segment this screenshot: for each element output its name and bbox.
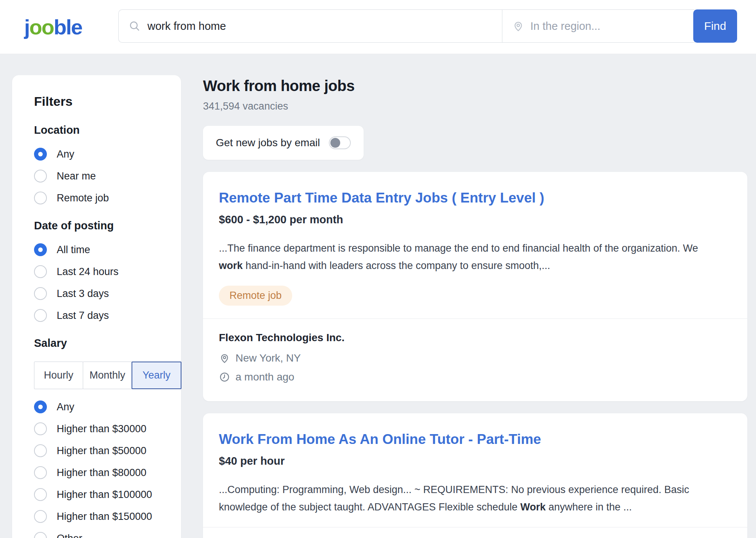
clock-icon bbox=[219, 371, 230, 383]
email-subscribe-label: Get new jobs by email bbox=[216, 137, 320, 149]
salary-option-30000[interactable]: Higher than $30000 bbox=[34, 422, 167, 435]
search-bar-group: Find bbox=[118, 9, 737, 43]
location-options: Any Near me Remote job bbox=[34, 148, 167, 204]
radio-selected-icon[interactable] bbox=[34, 148, 47, 161]
job-description: ...Computing: Programming, Web design...… bbox=[219, 481, 714, 516]
job-card: Remote Part Time Data Entry Jobs ( Entry… bbox=[203, 172, 747, 401]
logo-part: ble bbox=[54, 15, 82, 39]
radio-icon[interactable] bbox=[34, 532, 47, 538]
keyword-search-field[interactable] bbox=[118, 9, 502, 43]
location-heading: Location bbox=[34, 124, 167, 136]
salary-option-80000[interactable]: Higher than $80000 bbox=[34, 466, 167, 479]
salary-option-100000[interactable]: Higher than $100000 bbox=[34, 488, 167, 501]
region-input[interactable] bbox=[530, 20, 687, 32]
radio-icon[interactable] bbox=[34, 466, 47, 479]
radio-label: Other bbox=[57, 533, 82, 538]
radio-label: Last 24 hours bbox=[57, 266, 119, 278]
job-posted-time: a month ago bbox=[235, 371, 294, 383]
radio-icon[interactable] bbox=[34, 287, 47, 300]
vacancies-count: 341,594 vacancies bbox=[203, 100, 747, 112]
logo-part: j bbox=[24, 15, 29, 39]
radio-icon[interactable] bbox=[34, 488, 47, 501]
radio-icon[interactable] bbox=[34, 170, 47, 182]
location-pin-icon bbox=[512, 20, 524, 32]
search-icon bbox=[129, 20, 141, 32]
radio-label: Higher than $80000 bbox=[57, 467, 146, 479]
radio-label: Last 3 days bbox=[57, 288, 109, 300]
page-title: Work from home jobs bbox=[203, 77, 747, 94]
date-option-last-7-days[interactable]: Last 7 days bbox=[34, 309, 167, 322]
job-title-link[interactable]: Remote Part Time Data Entry Jobs ( Entry… bbox=[219, 189, 725, 207]
date-option-all-time[interactable]: All time bbox=[34, 243, 167, 256]
radio-selected-icon[interactable] bbox=[34, 243, 47, 256]
location-option-any[interactable]: Any bbox=[34, 148, 167, 161]
job-description: ...The finance department is responsible… bbox=[219, 240, 714, 274]
radio-label: All time bbox=[57, 244, 90, 256]
salary-period-tabs: Hourly Monthly Yearly bbox=[34, 362, 181, 389]
date-option-last-24-hours[interactable]: Last 24 hours bbox=[34, 265, 167, 278]
toggle-knob bbox=[330, 138, 340, 148]
radio-label: Higher than $100000 bbox=[57, 489, 152, 501]
radio-label: Any bbox=[57, 401, 74, 413]
radio-label: Last 7 days bbox=[57, 310, 109, 322]
company-name: Flexon Technologies Inc. bbox=[219, 332, 731, 344]
location-option-remote-job[interactable]: Remote job bbox=[34, 192, 167, 204]
radio-icon[interactable] bbox=[34, 309, 47, 322]
filters-title: Filters bbox=[34, 94, 167, 109]
radio-label: Remote job bbox=[57, 192, 109, 204]
tab-yearly[interactable]: Yearly bbox=[132, 362, 181, 389]
search-input[interactable] bbox=[147, 20, 494, 32]
salary-heading: Salary bbox=[34, 337, 167, 349]
radio-label: Higher than $50000 bbox=[57, 445, 146, 457]
radio-selected-icon[interactable] bbox=[34, 400, 47, 413]
salary-options: Any Higher than $30000 Higher than $5000… bbox=[34, 400, 167, 538]
job-title-link[interactable]: Work From Home As An Online Tutor - Part… bbox=[219, 431, 725, 448]
desc-highlight: Work bbox=[520, 501, 545, 513]
job-card: Work From Home As An Online Tutor - Part… bbox=[203, 413, 747, 538]
email-subscribe-card: Get new jobs by email bbox=[203, 126, 364, 160]
radio-icon[interactable] bbox=[34, 192, 47, 204]
job-posted-row: a month ago bbox=[219, 371, 731, 383]
radio-label: Near me bbox=[57, 170, 96, 182]
tab-hourly[interactable]: Hourly bbox=[34, 362, 83, 389]
job-salary: $40 per hour bbox=[219, 455, 725, 467]
radio-label: Higher than $30000 bbox=[57, 423, 146, 435]
filters-panel: Filters Location Any Near me Remote job … bbox=[12, 75, 181, 538]
jooble-logo[interactable]: jooble bbox=[24, 10, 82, 44]
radio-label: Higher than $150000 bbox=[57, 511, 152, 523]
desc-text: ...The finance department is responsible… bbox=[219, 243, 698, 254]
tab-monthly[interactable]: Monthly bbox=[83, 362, 132, 389]
salary-option-any[interactable]: Any bbox=[34, 400, 167, 413]
remote-job-badge: Remote job bbox=[219, 286, 292, 306]
region-search-field[interactable] bbox=[502, 9, 695, 43]
salary-option-other[interactable]: Other bbox=[34, 532, 167, 538]
job-salary: $600 - $1,200 per month bbox=[219, 213, 725, 226]
job-location: New York, NY bbox=[235, 352, 301, 364]
salary-option-50000[interactable]: Higher than $50000 bbox=[34, 444, 167, 457]
radio-label: Any bbox=[57, 148, 74, 160]
date-options: All time Last 24 hours Last 3 days Last … bbox=[34, 243, 167, 322]
logo-part: oo bbox=[29, 15, 54, 39]
date-option-last-3-days[interactable]: Last 3 days bbox=[34, 287, 167, 300]
radio-icon[interactable] bbox=[34, 510, 47, 523]
location-option-near-me[interactable]: Near me bbox=[34, 170, 167, 182]
location-pin-icon bbox=[219, 352, 230, 364]
desc-text: anywhere in the ... bbox=[545, 501, 632, 513]
radio-icon[interactable] bbox=[34, 265, 47, 278]
card-divider bbox=[203, 527, 747, 527]
header: jooble Find bbox=[0, 0, 756, 54]
desc-text: hand-in-hand with leaders across the com… bbox=[243, 260, 550, 271]
date-of-posting-heading: Date of posting bbox=[34, 220, 167, 232]
salary-option-150000[interactable]: Higher than $150000 bbox=[34, 510, 167, 523]
results-column: Work from home jobs 341,594 vacancies Ge… bbox=[203, 54, 747, 538]
job-location-row: New York, NY bbox=[219, 352, 731, 364]
email-subscribe-toggle[interactable] bbox=[329, 136, 351, 149]
desc-highlight: work bbox=[219, 260, 243, 271]
find-button[interactable]: Find bbox=[693, 9, 737, 43]
radio-icon[interactable] bbox=[34, 422, 47, 435]
radio-icon[interactable] bbox=[34, 444, 47, 457]
